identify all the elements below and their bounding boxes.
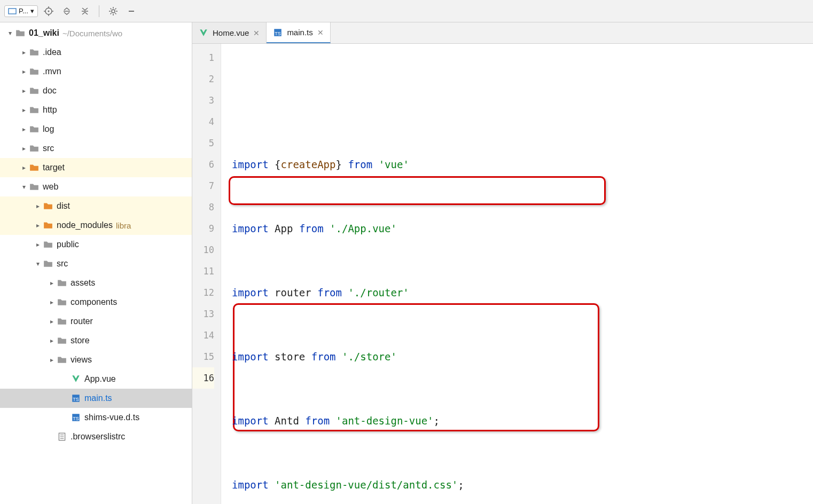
svg-text:TS: TS [275, 30, 282, 36]
tree-folder-src[interactable]: ▸src [0, 139, 192, 158]
project-view-dropdown[interactable]: P... ▾ [4, 5, 38, 17]
folder-icon [57, 317, 67, 326]
root-label: 01_wiki [29, 28, 59, 38]
tree-folder-log[interactable]: ▸log [0, 120, 192, 139]
file-icon [57, 432, 67, 442]
line-number[interactable]: 13 [192, 303, 214, 325]
file-icon: TS [71, 393, 81, 403]
file-label: main.ts [84, 393, 112, 403]
collapse-all-icon[interactable] [77, 4, 92, 19]
folder-label: .idea [43, 48, 61, 57]
line-number[interactable]: 4 [192, 111, 214, 132]
project-icon [8, 7, 17, 15]
tree-root[interactable]: ▾ 01_wiki ~/Documents/wo [0, 23, 192, 43]
chevron-icon: ▸ [47, 337, 57, 344]
tree-folder-views[interactable]: ▸views [0, 350, 192, 369]
editor-tabs: Home.vue✕TSmain.ts✕ [192, 22, 813, 44]
line-number[interactable]: 2 [192, 68, 214, 90]
line-number[interactable]: 12 [192, 282, 214, 303]
tree-folder-http[interactable]: ▸http [0, 100, 192, 120]
line-number[interactable]: 8 [192, 196, 214, 218]
folder-icon [29, 124, 40, 134]
close-icon[interactable]: ✕ [253, 29, 260, 37]
tree-folder-assets[interactable]: ▸assets [0, 273, 192, 293]
chevron-icon: ▸ [47, 279, 57, 287]
folder-icon [43, 240, 53, 249]
line-number[interactable]: 16 [192, 367, 214, 389]
tab-Home.vue[interactable]: Home.vue✕ [192, 22, 267, 43]
chevron-icon: ▸ [19, 125, 29, 133]
tree-folder-dist[interactable]: ▸dist [0, 196, 192, 216]
folder-label: views [71, 355, 92, 365]
folder-icon [29, 48, 40, 57]
tree-folder-target[interactable]: ▸target [0, 158, 192, 177]
folder-label: router [71, 317, 93, 326]
tab-file-icon [199, 28, 208, 38]
line-number[interactable]: 3 [192, 90, 214, 111]
svg-text:TS: TS [73, 397, 79, 402]
tab-label: Home.vue [213, 28, 249, 37]
tree-folder-.idea[interactable]: ▸.idea [0, 43, 192, 62]
folder-label: node_modules [57, 220, 113, 230]
line-number[interactable]: 9 [192, 218, 214, 239]
tree-folder-router[interactable]: ▸router [0, 312, 192, 331]
folder-label: doc [43, 86, 57, 96]
tree-folder-store[interactable]: ▸store [0, 331, 192, 350]
line-number[interactable]: 7 [192, 175, 214, 196]
gear-icon[interactable] [106, 4, 121, 19]
gutter[interactable]: 12345678910111213141516 [192, 44, 221, 504]
svg-point-2 [48, 10, 49, 12]
chevron-icon: ▸ [47, 318, 57, 325]
tree-folder-public[interactable]: ▸public [0, 235, 192, 254]
tab-label: main.ts [287, 28, 312, 37]
chevron-icon: ▾ [19, 183, 29, 191]
line-number[interactable]: 15 [192, 346, 214, 367]
tree-file-main.ts[interactable]: TSmain.ts [0, 389, 192, 408]
tree-file-App.vue[interactable]: App.vue [0, 369, 192, 389]
tree-folder-doc[interactable]: ▸doc [0, 81, 192, 100]
expand-all-icon[interactable] [59, 4, 74, 19]
file-label: shims-vue.d.ts [84, 413, 139, 422]
line-number[interactable]: 5 [192, 132, 214, 154]
folder-icon [57, 336, 67, 345]
folder-label: src [43, 144, 54, 153]
tree-folder-node_modules[interactable]: ▸node_moduleslibra [0, 216, 192, 235]
tree-folder-components[interactable]: ▸components [0, 293, 192, 312]
highlight-box-1 [229, 176, 606, 205]
tree-file-.browserslistrc[interactable]: .browserslistrc [0, 427, 192, 446]
tree-file-shims-vue.d.ts[interactable]: TSshims-vue.d.ts [0, 408, 192, 427]
line-number[interactable]: 14 [192, 325, 214, 346]
chevron-icon: ▸ [47, 356, 57, 364]
folder-icon [29, 144, 40, 153]
project-tree[interactable]: ▾ 01_wiki ~/Documents/wo ▸.idea▸.mvn▸doc… [0, 22, 192, 504]
marker-column [221, 44, 229, 504]
editor-area: Home.vue✕TSmain.ts✕ 12345678910111213141… [192, 22, 813, 504]
tab-file-icon: TS [273, 28, 283, 37]
editor-body[interactable]: 12345678910111213141516 import {createAp… [192, 44, 813, 504]
folder-icon [57, 355, 67, 365]
locate-icon[interactable] [41, 4, 56, 19]
close-icon[interactable]: ✕ [317, 28, 324, 37]
tree-folder-.mvn[interactable]: ▸.mvn [0, 62, 192, 81]
folder-icon [57, 278, 67, 288]
line-number[interactable]: 10 [192, 239, 214, 261]
folder-label: .mvn [43, 67, 61, 76]
line-number[interactable]: 11 [192, 261, 214, 282]
folder-label: target [43, 163, 65, 172]
folder-icon [29, 182, 40, 192]
chevron-down-icon: ▾ [5, 29, 15, 37]
code-content[interactable]: import {createApp} from 'vue' import App… [229, 44, 813, 504]
toolbar: P... ▾ [0, 0, 813, 22]
folder-icon [57, 297, 67, 307]
svg-rect-0 [9, 9, 16, 14]
tab-main.ts[interactable]: TSmain.ts✕ [267, 22, 330, 43]
folder-label: web [43, 182, 58, 192]
chevron-icon: ▸ [33, 241, 43, 248]
folder-label: log [43, 124, 54, 134]
line-number[interactable]: 6 [192, 154, 214, 175]
tree-folder-src[interactable]: ▾src [0, 254, 192, 273]
line-number[interactable]: 1 [192, 47, 214, 68]
minimize-icon[interactable] [124, 4, 139, 19]
folder-label: dist [57, 201, 70, 211]
tree-folder-web[interactable]: ▾web [0, 177, 192, 196]
